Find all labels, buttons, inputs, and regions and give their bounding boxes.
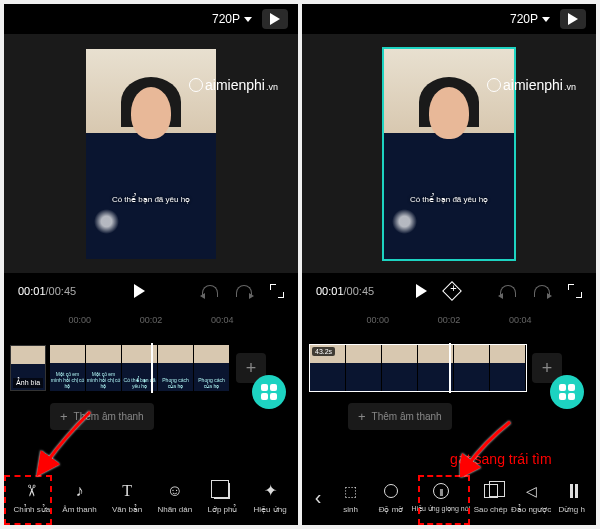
freeze-icon (562, 481, 582, 501)
time-ticks: 00:00 00:02 00:04 (302, 315, 596, 325)
resolution-label: 720P (510, 12, 538, 26)
music-note-icon (69, 481, 89, 501)
scissors-icon (22, 481, 42, 501)
tool-overlay[interactable]: Lớp phủ (202, 481, 242, 514)
sticker-icon (165, 481, 185, 501)
back-icon (308, 487, 328, 507)
top-bar: 720P (4, 4, 298, 34)
add-audio-button[interactable]: +Thêm âm thanh (348, 403, 452, 430)
resolution-icon (341, 481, 361, 501)
tool-blur[interactable]: Độ mờ (371, 481, 411, 514)
tool-resolution[interactable]: sinh (331, 481, 371, 514)
resolution-selector[interactable]: 720P (510, 12, 550, 26)
fullscreen-button[interactable] (568, 284, 582, 298)
resolution-label: 720P (212, 12, 240, 26)
bottom-toolbar: Chỉnh sửa Âm thanh Văn bản Nhãn dán Lớp … (4, 469, 298, 525)
tool-audio[interactable]: Âm thanh (59, 481, 99, 514)
preview-area[interactable]: Có thể bạn đã yêu họ aimienphi.vn (302, 34, 596, 273)
blur-icon (381, 481, 401, 501)
export-button[interactable] (262, 9, 288, 29)
tool-back[interactable] (306, 487, 330, 507)
clip-thumbnails[interactable]: Một cô em mình hỏi chị có hộ Một cô em m… (50, 345, 230, 391)
export-button[interactable] (560, 9, 586, 29)
tool-effect[interactable]: Hiệu ứng (250, 481, 290, 514)
time-display: 00:01/00:45 (18, 285, 76, 297)
preview-area[interactable]: Có thể bạn đã yêu họ aimienphi.vn (4, 34, 298, 273)
tool-edit[interactable]: Chỉnh sửa (12, 481, 52, 514)
tool-reverse[interactable]: Đảo ngược (511, 481, 551, 514)
chevron-down-icon (244, 17, 252, 22)
phone-right: 720P Có thể bạn đã yêu họ aimienphi.vn 0… (302, 4, 596, 525)
video-caption: Có thể bạn đã yêu họ (384, 195, 514, 204)
app-watermark: aimienphi.vn (189, 76, 278, 93)
playback-controls: 00:01/00:45 (4, 273, 298, 309)
grid-view-button[interactable] (550, 375, 584, 409)
video-caption: Có thể bạn đã yêu họ (86, 195, 216, 204)
resolution-selector[interactable]: 720P (212, 12, 252, 26)
flower-watermark (94, 209, 119, 234)
tool-copy[interactable]: Sao chép (471, 481, 511, 514)
playhead[interactable] (449, 343, 451, 393)
time-display: 00:01/00:45 (316, 285, 374, 297)
app-watermark: aimienphi.vn (487, 76, 576, 93)
redo-button[interactable] (534, 285, 550, 297)
overlay-icon (212, 481, 232, 501)
text-icon (117, 481, 137, 501)
play-button[interactable] (416, 284, 427, 298)
phone-left: 720P Có thể bạn đã yêu họ aimienphi.vn 0… (4, 4, 298, 525)
tool-text[interactable]: Văn bản (107, 481, 147, 514)
undo-button[interactable] (500, 285, 516, 297)
effect-icon (260, 481, 280, 501)
grid-icon (261, 384, 277, 400)
annotation-text: gạt sang trái tìm (450, 451, 552, 467)
playhead[interactable] (151, 343, 153, 393)
cover-thumbnail[interactable]: Ảnh bìa (10, 345, 46, 391)
playback-controls: 00:01/00:45 (302, 273, 596, 309)
undo-button[interactable] (202, 285, 218, 297)
voice-effect-icon (431, 481, 451, 501)
chevron-down-icon (542, 17, 550, 22)
timeline[interactable]: 00:00 00:02 00:04 Ảnh bìa Một cô em mình… (4, 309, 298, 469)
fullscreen-button[interactable] (270, 284, 284, 298)
timeline[interactable]: 00:00 00:02 00:04 43.2s + (302, 309, 596, 469)
flower-watermark (392, 209, 417, 234)
play-button[interactable] (134, 284, 145, 298)
bottom-toolbar: sinh Độ mờ Hiệu ứng giọng nói Sao chép Đ… (302, 469, 596, 525)
top-bar: 720P (302, 4, 596, 34)
copy-icon (481, 481, 501, 501)
grid-view-button[interactable] (252, 375, 286, 409)
redo-button[interactable] (236, 285, 252, 297)
tool-voice-effect[interactable]: Hiệu ứng giọng nói (411, 481, 470, 513)
reverse-icon (521, 481, 541, 501)
grid-icon (559, 384, 575, 400)
keyframe-button[interactable] (442, 281, 462, 301)
add-audio-button[interactable]: +Thêm âm thanh (50, 403, 154, 430)
tool-sticker[interactable]: Nhãn dán (155, 481, 195, 514)
clip-duration-badge: 43.2s (312, 347, 335, 356)
tool-freeze[interactable]: Dừng h (552, 481, 592, 514)
clip-thumbnails-selected[interactable]: 43.2s (310, 345, 526, 391)
time-ticks: 00:00 00:02 00:04 (4, 315, 298, 325)
